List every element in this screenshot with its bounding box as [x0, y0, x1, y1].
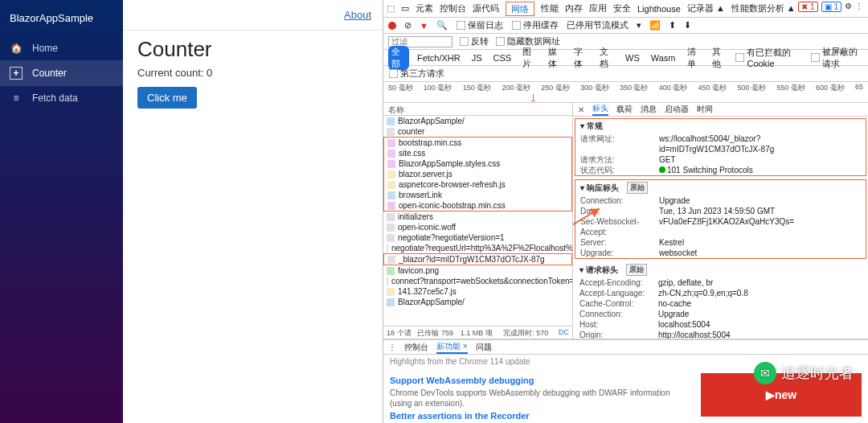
request-row[interactable]: connect?transport=webSockets&connectionT… — [383, 276, 572, 286]
watermark: ✉ 追逐时光者 — [754, 362, 854, 384]
nav-home-label: Home — [32, 43, 58, 54]
request-row[interactable]: blazor.server.js — [384, 169, 571, 179]
inspect-icon[interactable]: ⬚ — [387, 3, 395, 14]
tab-console[interactable]: 控制台 — [440, 2, 466, 14]
current-count: Current count: 0 — [137, 67, 368, 79]
tab-perf-insights[interactable]: 性能数据分析 ▲ — [731, 2, 796, 14]
request-row[interactable]: open-iconic.woff — [383, 222, 572, 232]
status-badges: ✖ 1 ▣ 1 ⚙ ⋮ — [798, 2, 863, 12]
upload-icon[interactable]: ⬆ — [669, 20, 676, 31]
pill-css[interactable]: CSS — [490, 53, 515, 63]
tab-security[interactable]: 安全 — [613, 2, 631, 14]
drawer-h2: Better assertions in the Recorder — [390, 411, 691, 421]
about-link[interactable]: About — [344, 9, 371, 21]
raw-toggle-2[interactable]: 原始 — [626, 264, 647, 276]
network-footer: 18 个请求 已传输 759 kB 1.1 MB 项资源 完成用时: 570 毫… — [383, 326, 572, 339]
request-row[interactable]: negotiate?requestUrl=http%3A%2F%2Flocalh… — [383, 243, 572, 253]
pill-wasm[interactable]: Wasm — [648, 53, 679, 63]
tab-performance[interactable]: 性能 — [541, 2, 559, 14]
wifi-icon[interactable]: 📶 — [649, 20, 661, 31]
pill-ws[interactable]: WS — [622, 53, 643, 63]
settings-icon[interactable]: ⚙ — [845, 2, 852, 12]
third-party-checkbox[interactable]: 第三方请求 — [383, 66, 868, 82]
disable-cache-checkbox[interactable]: 停用缓存 — [511, 19, 559, 31]
tab-sources[interactable]: 源代码 — [473, 2, 499, 14]
network-toolbar: ⊘ ▼ 🔍 保留日志 停用缓存 已停用节流模式 ▾ 📶 ⬆ ⬇ — [383, 18, 868, 34]
preserve-log-checkbox[interactable]: 保留日志 — [456, 19, 503, 31]
hdr-tab-initiator[interactable]: 启动器 — [665, 104, 689, 115]
type-pills: 全部 Fetch/XHR JS CSS 图片 媒体 字体 文档 WS Wasm … — [383, 50, 868, 66]
drawer-more-icon[interactable]: ⋮ — [388, 343, 396, 351]
request-row[interactable]: negotiate?negotiateVersion=1 — [383, 232, 572, 243]
response-headers-section: ▾ 响应标头原始 Connection:UpgradeDate:Tue, 13 … — [575, 179, 866, 259]
timeline[interactable]: 50 毫秒100 毫秒150 毫秒200 毫秒250 毫秒300 毫秒350 毫… — [383, 82, 868, 103]
tab-memory[interactable]: 内存 — [565, 2, 583, 14]
tab-lighthouse[interactable]: Lighthouse — [637, 4, 681, 14]
tab-recorder[interactable]: 记录器 ▲ — [687, 2, 725, 14]
request-row[interactable]: bootstrap.min.css — [384, 138, 571, 148]
devtools-tabs: ⬚ ▭ 元素 控制台 源代码 网络 性能 内存 应用 安全 Lighthouse… — [383, 0, 868, 18]
sidebar: BlazorAppSample 🏠 Home + Counter ≡ Fetch… — [0, 0, 123, 423]
clear-icon[interactable]: ⊘ — [404, 20, 411, 31]
request-headers-section: ▾ 请求标头原始 Accept-Encoding:gzip, deflate, … — [575, 262, 866, 339]
drawer-h1: Support WebAssembly debugging — [390, 376, 691, 385]
request-row[interactable]: favicon.png — [383, 265, 572, 276]
download-icon[interactable]: ⬇ — [684, 20, 691, 31]
nav-counter[interactable]: + Counter — [0, 60, 123, 86]
wechat-icon: ✉ — [754, 362, 776, 384]
more-icon[interactable]: ⋮ — [855, 2, 863, 12]
brand: BlazorAppSample — [0, 0, 123, 36]
request-row[interactable]: aspnetcore-browser-refresh.js — [384, 179, 571, 190]
plus-icon: + — [10, 67, 23, 80]
nav-home[interactable]: 🏠 Home — [0, 36, 123, 60]
request-row[interactable]: browserLink — [384, 190, 571, 200]
request-row[interactable]: BlazorAppSample/ — [383, 116, 572, 126]
device-icon[interactable]: ▭ — [401, 3, 409, 14]
devtools: ✖ 1 ▣ 1 ⚙ ⋮ ⬚ ▭ 元素 控制台 源代码 网络 性能 内存 应用 安… — [383, 0, 868, 423]
network-list: 名称 BlazorAppSample/counterbootstrap.min.… — [383, 103, 573, 339]
request-row[interactable]: BlazorAppSample/ — [383, 297, 572, 307]
nav-fetch[interactable]: ≡ Fetch data — [0, 86, 123, 110]
throttling-select[interactable]: 已停用节流模式 — [567, 19, 628, 31]
error-badge[interactable]: ✖ 1 — [798, 2, 817, 12]
invert-checkbox[interactable]: 反转 — [459, 35, 489, 47]
request-row[interactable]: site.css — [384, 148, 571, 158]
tab-elements[interactable]: 元素 — [416, 2, 433, 14]
chevron-down-icon[interactable]: ▾ — [637, 20, 641, 31]
pill-js[interactable]: JS — [469, 53, 485, 63]
headers-panel: ✕ 标头 载荷 消息 启动器 时间 ▾ 常规 请求网址:ws://localho… — [573, 103, 868, 339]
drawer-tab-issues[interactable]: 问题 — [476, 342, 492, 353]
hdr-tab-messages[interactable]: 消息 — [641, 104, 657, 115]
close-icon[interactable]: ✕ — [578, 105, 584, 114]
topbar: About — [123, 0, 383, 31]
home-icon: 🏠 — [10, 43, 23, 54]
tab-application[interactable]: 应用 — [589, 2, 607, 14]
info-badge[interactable]: ▣ 1 — [821, 2, 841, 12]
page-title: Counter — [137, 37, 368, 62]
request-row[interactable]: initializers — [383, 212, 572, 222]
drawer-tab-whatsnew[interactable]: 新功能 × — [436, 341, 468, 354]
request-row[interactable]: _blazor?id=mIDTrgW1CM37dOTcJX-87g — [384, 254, 571, 265]
name-column-header[interactable]: 名称 — [383, 103, 572, 116]
request-row[interactable]: BlazorAppSample.styles.css — [384, 158, 571, 169]
drawer-tab-console[interactable]: 控制台 — [404, 342, 428, 353]
request-row[interactable]: counter — [383, 126, 572, 137]
search-icon[interactable]: 🔍 — [436, 20, 448, 31]
request-row[interactable]: open-iconic-bootstrap.min.css — [384, 200, 571, 211]
nav-counter-label: Counter — [32, 68, 67, 79]
hdr-tab-headers[interactable]: 标头 — [592, 103, 608, 116]
hdr-tab-timing[interactable]: 时间 — [697, 104, 713, 115]
request-row[interactable]: 141.327ce5c7.js — [383, 286, 572, 297]
list-icon: ≡ — [10, 92, 23, 104]
nav-fetch-label: Fetch data — [32, 92, 78, 104]
raw-toggle[interactable]: 原始 — [627, 182, 648, 194]
record-icon[interactable] — [388, 22, 396, 30]
general-section: ▾ 常规 请求网址:ws://localhost:5004/_blazor?id… — [575, 118, 866, 176]
pill-fetch[interactable]: Fetch/XHR — [414, 53, 464, 63]
hdr-tab-payload[interactable]: 载荷 — [616, 104, 633, 115]
click-me-button[interactable]: Click me — [137, 87, 197, 109]
cookie-blocked-checkbox[interactable]: 有已拦截的 Cookie — [735, 47, 805, 68]
drawer-p1: Chrome DevTools supports WebAssembly deb… — [390, 388, 691, 409]
tab-network[interactable]: 网络 — [506, 2, 534, 16]
filter-icon[interactable]: ▼ — [420, 21, 428, 31]
